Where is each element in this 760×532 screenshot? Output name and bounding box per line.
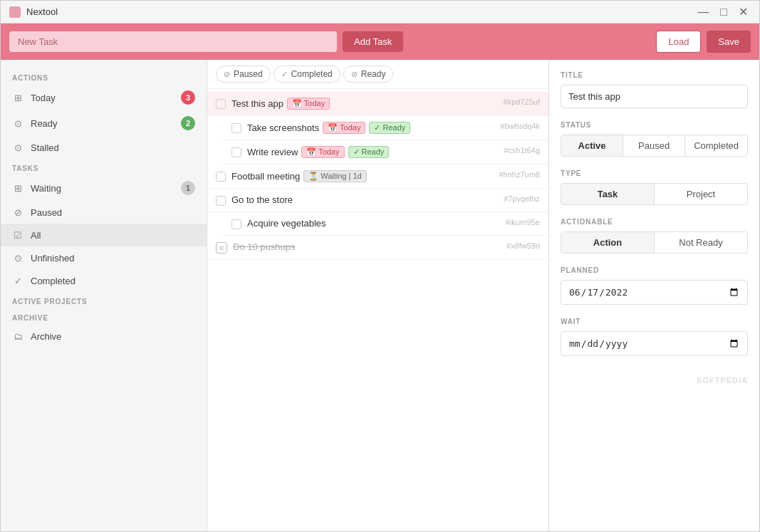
type-project-button[interactable]: Project xyxy=(655,184,747,204)
task-item[interactable]: Take screenshots 📅 Today ✓ Ready #bwbsdq… xyxy=(223,116,548,140)
save-button[interactable]: Save xyxy=(707,31,751,53)
task-list: Test this app 📅 Today #kpd725uf Take scr… xyxy=(207,89,548,531)
task-checkbox[interactable] xyxy=(231,123,241,133)
minimize-button[interactable]: — xyxy=(694,5,712,19)
top-bar: Add Task Load Save xyxy=(1,24,759,60)
task-id: #ikurn95e xyxy=(506,218,540,226)
planned-input[interactable] xyxy=(561,280,748,305)
task-checkbox[interactable] xyxy=(216,196,226,206)
ready-tag: ✓ Ready xyxy=(348,146,390,158)
paused-icon: ⊘ xyxy=(12,207,24,218)
task-title: Do 10 pushups xyxy=(233,241,295,252)
task-item[interactable]: ✕ Do 10 pushups #x8fw59ri xyxy=(207,236,548,260)
today-badge: 3 xyxy=(181,90,195,105)
maximize-button[interactable]: □ xyxy=(717,5,730,19)
task-title: Acquire vegetables xyxy=(247,218,326,229)
task-item[interactable]: Football meeting ⏳ Waiting | 1d #hnhz7um… xyxy=(207,165,548,189)
task-item[interactable]: Acquire vegetables #ikurn95e xyxy=(223,212,548,236)
archive-icon: 🗂 xyxy=(12,330,24,342)
completed-label: Completed xyxy=(31,276,195,286)
calendar-icon: ⊞ xyxy=(12,92,24,103)
status-btn-group: Active Paused Completed xyxy=(561,135,748,157)
task-id: #x8fw59ri xyxy=(506,241,540,250)
task-content: Do 10 pushups xyxy=(233,241,501,252)
actionable-not-ready-button[interactable]: Not Ready xyxy=(655,232,747,253)
task-checkbox[interactable] xyxy=(216,172,226,182)
wait-input[interactable] xyxy=(561,331,748,356)
new-task-input[interactable] xyxy=(9,31,337,52)
sidebar-item-completed[interactable]: ✓ Completed xyxy=(1,269,207,292)
status-completed-button[interactable]: Completed xyxy=(685,135,747,156)
task-checkbox[interactable] xyxy=(216,99,226,109)
ready-tag: ✓ Ready xyxy=(369,122,410,134)
task-item[interactable]: Test this app 📅 Today #kpd725uf xyxy=(207,92,548,116)
cancel-checkbox[interactable]: ✕ xyxy=(216,242,227,254)
add-task-button[interactable]: Add Task xyxy=(343,31,403,52)
completed-filter-icon: ✓ xyxy=(281,70,288,79)
tasks-section-label: TASKS xyxy=(1,159,207,175)
title-input[interactable] xyxy=(561,85,748,108)
task-checkbox[interactable] xyxy=(231,147,241,157)
close-button[interactable]: ✕ xyxy=(736,5,751,19)
main-content: ACTIONS ⊞ Today 3 ⊙ Ready 2 ⊙ Stalled TA… xyxy=(1,60,759,531)
completed-filter-label: Completed xyxy=(291,69,333,79)
task-id: #csh1t64g xyxy=(504,146,540,155)
completed-icon: ✓ xyxy=(12,275,24,286)
filter-paused[interactable]: ⊘ Paused xyxy=(216,66,271,83)
archive-section-label: ARCHIVE xyxy=(1,308,207,325)
task-content: Acquire vegetables xyxy=(247,218,500,229)
all-label: All xyxy=(31,230,195,241)
ready-icon: ⊙ xyxy=(12,118,24,129)
top-bar-right: Load Save xyxy=(656,31,751,53)
sidebar-item-ready[interactable]: ⊙ Ready 2 xyxy=(1,110,207,136)
unfinished-icon: ⊙ xyxy=(12,252,24,264)
load-button[interactable]: Load xyxy=(656,31,701,53)
sidebar-item-today[interactable]: ⊞ Today 3 xyxy=(1,85,207,110)
status-active-button[interactable]: Active xyxy=(561,135,623,156)
task-content: Football meeting ⏳ Waiting | 1d xyxy=(231,170,494,182)
task-id: #7pvqefnz xyxy=(504,194,540,203)
status-field-label: STATUS xyxy=(561,121,748,129)
type-btn-group: Task Project xyxy=(561,183,748,205)
task-item[interactable]: Go to the store #7pvqefnz xyxy=(207,189,548,212)
right-panel: TITLE STATUS Active Paused Completed TYP… xyxy=(549,60,759,531)
wait-field-label: WAIT xyxy=(561,318,748,325)
filter-completed[interactable]: ✓ Completed xyxy=(274,66,340,83)
task-title: Go to the store xyxy=(231,194,293,205)
active-projects-label: ACTIVE PROJECTS xyxy=(1,292,207,308)
waiting-icon: ⊞ xyxy=(12,182,24,194)
window-controls: — □ ✕ xyxy=(694,5,751,19)
watermark: SOFTPEDIA xyxy=(561,370,748,385)
actionable-btn-group: Action Not Ready xyxy=(561,231,748,254)
sidebar-item-waiting[interactable]: ⊞ Waiting 1 xyxy=(1,175,207,201)
task-title: Take screenshots xyxy=(247,122,319,133)
title-field-label: TITLE xyxy=(561,71,748,79)
sidebar-item-all[interactable]: ☑ All xyxy=(1,224,207,246)
task-content: Go to the store xyxy=(231,194,498,205)
sidebar-item-paused[interactable]: ⊘ Paused xyxy=(1,201,207,224)
task-id: #hnhz7um8 xyxy=(499,170,541,179)
status-paused-button[interactable]: Paused xyxy=(623,135,685,156)
task-item[interactable]: Write review 📅 Today ✓ Ready #csh1t64g xyxy=(223,140,548,165)
app-title: Nextool xyxy=(26,6,58,17)
stalled-icon: ⊙ xyxy=(12,142,24,153)
ready-filter-icon: ⊘ xyxy=(351,70,358,79)
task-title: Football meeting xyxy=(231,171,300,182)
middle-panel: ⊘ Paused ✓ Completed ⊘ Ready Test thi xyxy=(207,60,549,531)
filter-ready[interactable]: ⊘ Ready xyxy=(343,66,394,83)
type-field-label: TYPE xyxy=(561,169,748,177)
task-checkbox[interactable] xyxy=(231,219,241,229)
title-bar-left: Nextool xyxy=(9,6,58,18)
wait-field-group: WAIT xyxy=(561,318,748,356)
sidebar-item-stalled[interactable]: ⊙ Stalled xyxy=(1,136,207,159)
actionable-action-button[interactable]: Action xyxy=(561,232,655,253)
paused-filter-icon: ⊘ xyxy=(224,70,230,79)
title-bar: Nextool — □ ✕ xyxy=(1,1,759,24)
today-label: Today xyxy=(31,93,174,103)
planned-field-label: PLANNED xyxy=(561,266,748,274)
sidebar: ACTIONS ⊞ Today 3 ⊙ Ready 2 ⊙ Stalled TA… xyxy=(1,60,207,531)
sidebar-item-unfinished[interactable]: ⊙ Unfinished xyxy=(1,246,207,269)
sidebar-item-archive[interactable]: 🗂 Archive xyxy=(1,325,207,348)
type-task-button[interactable]: Task xyxy=(561,184,655,204)
actionable-field-group: ACTIONABLE Action Not Ready xyxy=(561,218,748,254)
